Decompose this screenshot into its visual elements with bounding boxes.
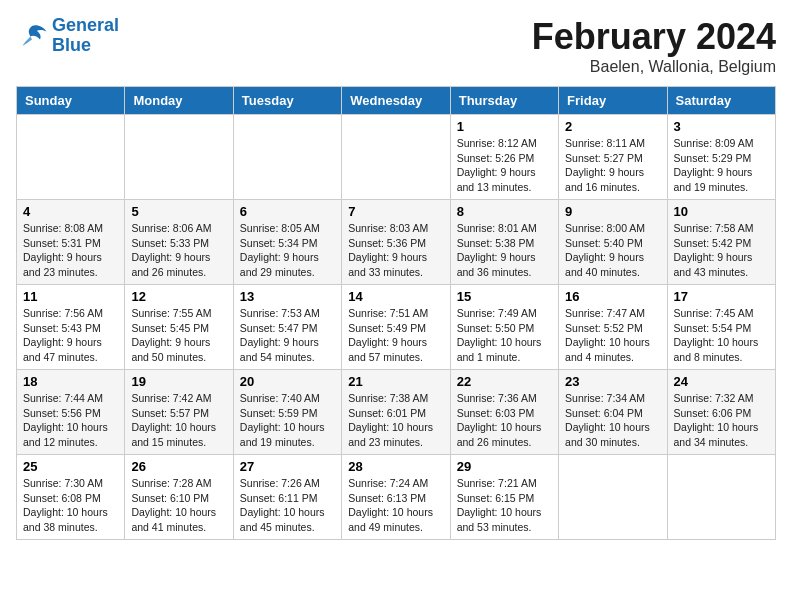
table-row: 27Sunrise: 7:26 AM Sunset: 6:11 PM Dayli…: [233, 455, 341, 540]
day-number: 15: [457, 289, 552, 304]
day-info: Sunrise: 8:03 AM Sunset: 5:36 PM Dayligh…: [348, 221, 443, 280]
location-subtitle: Baelen, Wallonia, Belgium: [532, 58, 776, 76]
table-row: 12Sunrise: 7:55 AM Sunset: 5:45 PM Dayli…: [125, 285, 233, 370]
day-number: 13: [240, 289, 335, 304]
week-row-1: 1Sunrise: 8:12 AM Sunset: 5:26 PM Daylig…: [17, 115, 776, 200]
day-info: Sunrise: 7:21 AM Sunset: 6:15 PM Dayligh…: [457, 476, 552, 535]
header-monday: Monday: [125, 87, 233, 115]
day-info: Sunrise: 7:45 AM Sunset: 5:54 PM Dayligh…: [674, 306, 769, 365]
day-number: 22: [457, 374, 552, 389]
day-info: Sunrise: 7:47 AM Sunset: 5:52 PM Dayligh…: [565, 306, 660, 365]
table-row: 28Sunrise: 7:24 AM Sunset: 6:13 PM Dayli…: [342, 455, 450, 540]
day-number: 17: [674, 289, 769, 304]
day-info: Sunrise: 7:49 AM Sunset: 5:50 PM Dayligh…: [457, 306, 552, 365]
table-row: [559, 455, 667, 540]
day-number: 8: [457, 204, 552, 219]
day-info: Sunrise: 8:06 AM Sunset: 5:33 PM Dayligh…: [131, 221, 226, 280]
day-number: 23: [565, 374, 660, 389]
table-row: 7Sunrise: 8:03 AM Sunset: 5:36 PM Daylig…: [342, 200, 450, 285]
weekday-header-row: Sunday Monday Tuesday Wednesday Thursday…: [17, 87, 776, 115]
day-info: Sunrise: 8:12 AM Sunset: 5:26 PM Dayligh…: [457, 136, 552, 195]
table-row: [125, 115, 233, 200]
day-info: Sunrise: 7:51 AM Sunset: 5:49 PM Dayligh…: [348, 306, 443, 365]
table-row: 14Sunrise: 7:51 AM Sunset: 5:49 PM Dayli…: [342, 285, 450, 370]
day-info: Sunrise: 7:32 AM Sunset: 6:06 PM Dayligh…: [674, 391, 769, 450]
header-wednesday: Wednesday: [342, 87, 450, 115]
table-row: 17Sunrise: 7:45 AM Sunset: 5:54 PM Dayli…: [667, 285, 775, 370]
day-number: 2: [565, 119, 660, 134]
day-info: Sunrise: 8:00 AM Sunset: 5:40 PM Dayligh…: [565, 221, 660, 280]
day-info: Sunrise: 7:53 AM Sunset: 5:47 PM Dayligh…: [240, 306, 335, 365]
table-row: 29Sunrise: 7:21 AM Sunset: 6:15 PM Dayli…: [450, 455, 558, 540]
header: General Blue February 2024 Baelen, Wallo…: [16, 16, 776, 76]
day-info: Sunrise: 7:36 AM Sunset: 6:03 PM Dayligh…: [457, 391, 552, 450]
day-number: 21: [348, 374, 443, 389]
day-number: 26: [131, 459, 226, 474]
day-info: Sunrise: 8:08 AM Sunset: 5:31 PM Dayligh…: [23, 221, 118, 280]
day-info: Sunrise: 7:24 AM Sunset: 6:13 PM Dayligh…: [348, 476, 443, 535]
table-row: 13Sunrise: 7:53 AM Sunset: 5:47 PM Dayli…: [233, 285, 341, 370]
month-title: February 2024: [532, 16, 776, 58]
day-info: Sunrise: 7:28 AM Sunset: 6:10 PM Dayligh…: [131, 476, 226, 535]
day-number: 18: [23, 374, 118, 389]
title-area: February 2024 Baelen, Wallonia, Belgium: [532, 16, 776, 76]
day-number: 3: [674, 119, 769, 134]
day-number: 10: [674, 204, 769, 219]
table-row: 21Sunrise: 7:38 AM Sunset: 6:01 PM Dayli…: [342, 370, 450, 455]
table-row: 10Sunrise: 7:58 AM Sunset: 5:42 PM Dayli…: [667, 200, 775, 285]
day-info: Sunrise: 7:56 AM Sunset: 5:43 PM Dayligh…: [23, 306, 118, 365]
table-row: 16Sunrise: 7:47 AM Sunset: 5:52 PM Dayli…: [559, 285, 667, 370]
table-row: 1Sunrise: 8:12 AM Sunset: 5:26 PM Daylig…: [450, 115, 558, 200]
table-row: 11Sunrise: 7:56 AM Sunset: 5:43 PM Dayli…: [17, 285, 125, 370]
day-info: Sunrise: 7:40 AM Sunset: 5:59 PM Dayligh…: [240, 391, 335, 450]
day-number: 11: [23, 289, 118, 304]
table-row: 26Sunrise: 7:28 AM Sunset: 6:10 PM Dayli…: [125, 455, 233, 540]
header-sunday: Sunday: [17, 87, 125, 115]
day-number: 19: [131, 374, 226, 389]
table-row: [233, 115, 341, 200]
table-row: 5Sunrise: 8:06 AM Sunset: 5:33 PM Daylig…: [125, 200, 233, 285]
logo-line2: Blue: [52, 36, 119, 56]
table-row: [342, 115, 450, 200]
week-row-4: 18Sunrise: 7:44 AM Sunset: 5:56 PM Dayli…: [17, 370, 776, 455]
day-info: Sunrise: 7:34 AM Sunset: 6:04 PM Dayligh…: [565, 391, 660, 450]
logo: General Blue: [16, 16, 119, 56]
day-info: Sunrise: 7:58 AM Sunset: 5:42 PM Dayligh…: [674, 221, 769, 280]
logo-text-container: General Blue: [52, 16, 119, 56]
table-row: 4Sunrise: 8:08 AM Sunset: 5:31 PM Daylig…: [17, 200, 125, 285]
day-number: 14: [348, 289, 443, 304]
day-number: 28: [348, 459, 443, 474]
day-number: 24: [674, 374, 769, 389]
table-row: 19Sunrise: 7:42 AM Sunset: 5:57 PM Dayli…: [125, 370, 233, 455]
day-info: Sunrise: 7:44 AM Sunset: 5:56 PM Dayligh…: [23, 391, 118, 450]
day-info: Sunrise: 7:42 AM Sunset: 5:57 PM Dayligh…: [131, 391, 226, 450]
table-row: 25Sunrise: 7:30 AM Sunset: 6:08 PM Dayli…: [17, 455, 125, 540]
table-row: 8Sunrise: 8:01 AM Sunset: 5:38 PM Daylig…: [450, 200, 558, 285]
day-info: Sunrise: 7:26 AM Sunset: 6:11 PM Dayligh…: [240, 476, 335, 535]
day-info: Sunrise: 8:09 AM Sunset: 5:29 PM Dayligh…: [674, 136, 769, 195]
day-number: 20: [240, 374, 335, 389]
day-number: 16: [565, 289, 660, 304]
day-number: 1: [457, 119, 552, 134]
day-number: 12: [131, 289, 226, 304]
table-row: 3Sunrise: 8:09 AM Sunset: 5:29 PM Daylig…: [667, 115, 775, 200]
table-row: 18Sunrise: 7:44 AM Sunset: 5:56 PM Dayli…: [17, 370, 125, 455]
day-number: 5: [131, 204, 226, 219]
table-row: [667, 455, 775, 540]
calendar-table: Sunday Monday Tuesday Wednesday Thursday…: [16, 86, 776, 540]
header-friday: Friday: [559, 87, 667, 115]
day-number: 25: [23, 459, 118, 474]
table-row: 20Sunrise: 7:40 AM Sunset: 5:59 PM Dayli…: [233, 370, 341, 455]
day-number: 6: [240, 204, 335, 219]
table-row: 22Sunrise: 7:36 AM Sunset: 6:03 PM Dayli…: [450, 370, 558, 455]
header-thursday: Thursday: [450, 87, 558, 115]
week-row-5: 25Sunrise: 7:30 AM Sunset: 6:08 PM Dayli…: [17, 455, 776, 540]
week-row-3: 11Sunrise: 7:56 AM Sunset: 5:43 PM Dayli…: [17, 285, 776, 370]
day-number: 9: [565, 204, 660, 219]
day-info: Sunrise: 7:38 AM Sunset: 6:01 PM Dayligh…: [348, 391, 443, 450]
table-row: 6Sunrise: 8:05 AM Sunset: 5:34 PM Daylig…: [233, 200, 341, 285]
day-number: 27: [240, 459, 335, 474]
table-row: 24Sunrise: 7:32 AM Sunset: 6:06 PM Dayli…: [667, 370, 775, 455]
header-tuesday: Tuesday: [233, 87, 341, 115]
day-info: Sunrise: 7:30 AM Sunset: 6:08 PM Dayligh…: [23, 476, 118, 535]
